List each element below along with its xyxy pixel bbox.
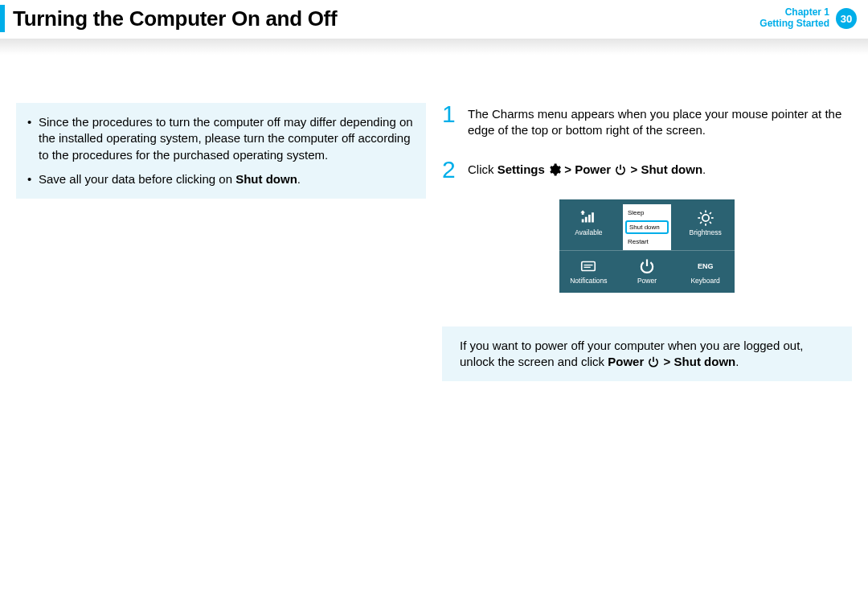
charm-brightness[interactable]: Brightness <box>676 203 735 250</box>
tip-box: Since the procedures to turn the compute… <box>16 103 426 199</box>
page-title: Turning the Computer On and Off <box>13 6 337 31</box>
step-1-text: The Charms menu appears when you place y… <box>468 103 852 139</box>
power-icon <box>638 257 656 275</box>
note-box: If you want to power off your computer w… <box>442 326 852 382</box>
power-menu-shutdown[interactable]: Shut down <box>625 220 669 234</box>
power-menu-restart[interactable]: Restart <box>623 235 671 248</box>
charm-brightness-label: Brightness <box>690 228 722 236</box>
power-menu-popup: Sleep Shut down Restart <box>623 204 671 250</box>
notification-icon <box>579 257 597 275</box>
note-sep: > <box>660 355 674 368</box>
gear-icon <box>548 163 561 176</box>
s2-sep2: > <box>631 162 641 176</box>
signal-bars-icon <box>579 209 597 227</box>
s2-sep1: > <box>561 162 575 176</box>
chapter-line1: Chapter 1 <box>760 7 829 18</box>
s2-pre: Click <box>468 162 497 176</box>
title-wrap: Turning the Computer On and Off <box>0 5 337 32</box>
tip2-bold: Shut down <box>235 172 297 186</box>
s2-power: Power <box>575 162 611 176</box>
charm-keyboard[interactable]: ENG Keyboard <box>676 251 735 288</box>
charm-network-label: Available <box>575 228 602 236</box>
step-2: 2 Click Settings > Power > Shut down. <box>442 158 852 180</box>
column-left: Since the procedures to turn the compute… <box>16 103 426 381</box>
tip1-text: Since the procedures to turn the compute… <box>39 115 413 162</box>
power-icon <box>614 163 627 176</box>
page-header: Turning the Computer On and Off Chapter … <box>0 0 868 37</box>
charm-keyboard-label: Keyboard <box>690 277 719 285</box>
charm-notifications[interactable]: Notifications <box>559 251 618 288</box>
page-number-badge: 30 <box>836 8 857 29</box>
tip2-b: . <box>297 172 301 186</box>
s2-settings: Settings <box>497 162 545 176</box>
step-2-text: Click Settings > Power > Shut down. <box>468 158 706 180</box>
charms-settings-panel: Available Sleep Shut down Restart Bright… <box>559 199 735 293</box>
s2-shut: Shut down <box>641 162 702 176</box>
tip2-a: Save all your data before clicking on <box>39 172 235 186</box>
charm-power[interactable]: Power <box>618 251 677 288</box>
tip-item-1: Since the procedures to turn the compute… <box>26 114 413 163</box>
s2-post: . <box>702 162 706 176</box>
column-right: 1 The Charms menu appears when you place… <box>442 103 852 381</box>
note-shut: Shut down <box>674 355 736 368</box>
chapter-block: Chapter 1 Getting Started 30 <box>760 7 857 30</box>
chapter-text: Chapter 1 Getting Started <box>760 7 829 30</box>
chapter-line2: Getting Started <box>760 18 829 30</box>
header-shadow <box>0 39 868 55</box>
power-menu-sleep[interactable]: Sleep <box>623 206 671 220</box>
charm-notifications-label: Notifications <box>570 277 607 285</box>
step-2-number: 2 <box>442 158 458 180</box>
tip-item-2: Save all your data before clicking on Sh… <box>26 171 413 187</box>
keyboard-lang-icon: ENG <box>697 257 714 275</box>
charm-network[interactable]: Available <box>559 203 618 250</box>
title-accent-bar <box>0 5 5 32</box>
charm-power-popup-cell: Sleep Shut down Restart <box>618 203 677 250</box>
content-columns: Since the procedures to turn the compute… <box>0 103 868 381</box>
note-b: . <box>735 355 739 368</box>
step-1: 1 The Charms menu appears when you place… <box>442 103 852 139</box>
sun-icon <box>697 209 714 227</box>
power-icon <box>647 355 660 368</box>
step-1-number: 1 <box>442 103 458 139</box>
note-power: Power <box>608 355 644 368</box>
charm-power-label: Power <box>637 277 657 285</box>
